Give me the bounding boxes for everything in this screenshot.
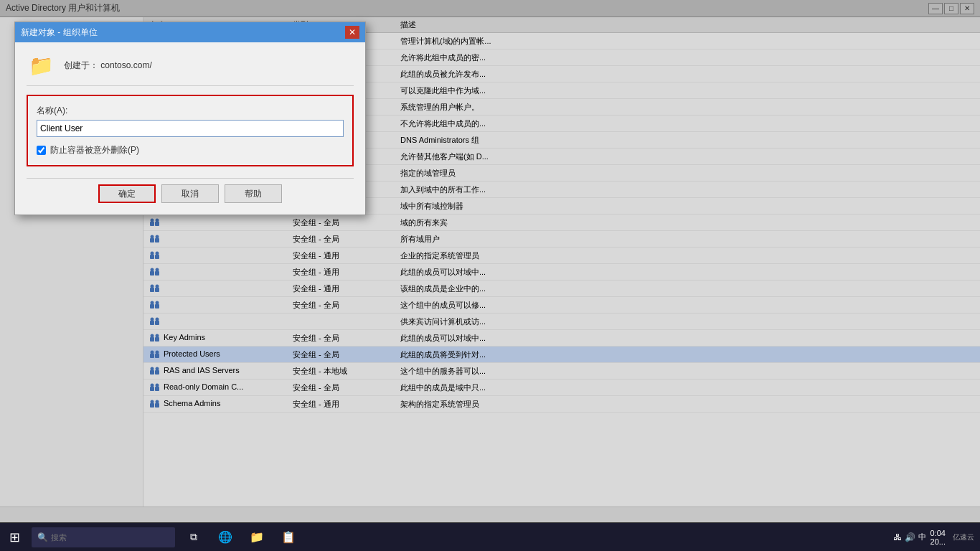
desktop: Active Directory 用户和计算机 — □ ✕ 名称 类型 描述 xyxy=(0,0,980,551)
start-button[interactable]: ⊞ xyxy=(0,523,29,552)
taskbar-item-explorer[interactable]: 📁 xyxy=(241,523,273,552)
dialog-body: 📁 创建于： contoso.com/ 名称(A): 防止容器被意外删除(P) … xyxy=(15,42,365,215)
name-input[interactable] xyxy=(37,120,344,137)
dialog-header-section: 📁 创建于： contoso.com/ xyxy=(27,54,354,86)
dialog-titlebar: 新建对象 - 组织单位 ✕ xyxy=(15,22,365,42)
search-icon: 🔍 xyxy=(37,532,48,542)
start-icon: ⊞ xyxy=(9,529,20,545)
created-at-label: 创建于： xyxy=(64,60,98,70)
clock-date: 20... xyxy=(930,537,946,546)
ok-button[interactable]: 确定 xyxy=(98,184,156,203)
dialog-form: 名称(A): 防止容器被意外删除(P) xyxy=(27,95,354,166)
cancel-button[interactable]: 取消 xyxy=(161,184,219,203)
taskbar-item-taskview[interactable]: ⧉ xyxy=(178,523,209,552)
taskbar-clock[interactable]: 0:04 20... xyxy=(930,529,946,546)
tray-icon-network: 🖧 xyxy=(893,532,902,542)
tray-icon-volume: 🔊 xyxy=(905,532,915,542)
checkbox-row: 防止容器被意外删除(P) xyxy=(37,144,344,156)
tray-lang: 中 xyxy=(918,532,926,542)
brand-label: 亿速云 xyxy=(953,532,974,542)
search-input[interactable] xyxy=(51,533,151,542)
clock-time: 0:04 xyxy=(930,529,946,537)
help-button[interactable]: 帮助 xyxy=(225,184,282,203)
taskbar: ⊞ 🔍 ⧉ 🌐 📁 📋 🖧 🔊 中 xyxy=(0,522,980,551)
tray-icons: 🖧 🔊 中 xyxy=(893,532,926,542)
taskbar-tray: 🖧 🔊 中 0:04 20... 亿速云 xyxy=(893,529,980,546)
prevent-delete-label: 防止容器被意外删除(P) xyxy=(50,144,139,156)
name-label: 名称(A): xyxy=(37,105,344,117)
taskbar-items: ⧉ 🌐 📁 📋 xyxy=(178,523,893,552)
new-object-dialog: 新建对象 - 组织单位 ✕ 📁 创建于： contoso.com/ 名称(A):… xyxy=(14,22,366,215)
taskbar-search[interactable]: 🔍 xyxy=(32,527,175,547)
ie-icon: 🌐 xyxy=(218,530,232,544)
created-at-value: contoso.com/ xyxy=(100,60,151,70)
taskbar-item-server[interactable]: 📋 xyxy=(273,523,304,552)
dialog-footer: 确定 取消 帮助 xyxy=(27,178,354,203)
taskbar-item-ie[interactable]: 🌐 xyxy=(209,523,241,552)
folder-icon: 📁 xyxy=(27,54,55,77)
dialog-title: 新建对象 - 组织单位 xyxy=(21,27,98,39)
dialog-close-button[interactable]: ✕ xyxy=(345,26,359,39)
taskview-icon: ⧉ xyxy=(190,531,197,543)
server-icon: 📋 xyxy=(281,530,296,544)
dialog-header-info: 创建于： contoso.com/ xyxy=(64,60,152,72)
explorer-icon: 📁 xyxy=(250,530,264,544)
prevent-delete-checkbox[interactable] xyxy=(37,146,46,155)
